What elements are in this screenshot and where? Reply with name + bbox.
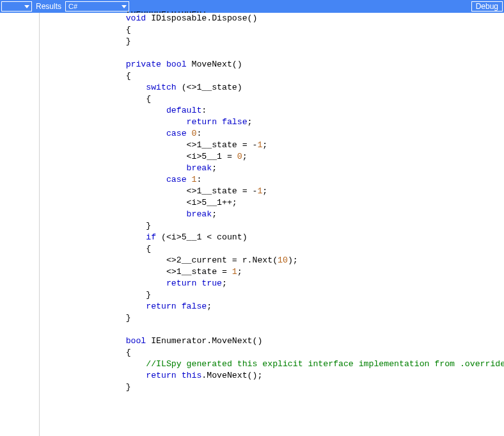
code-line: } xyxy=(45,36,504,47)
chevron-down-icon xyxy=(122,5,127,8)
code-line: } xyxy=(45,312,504,324)
code-line: <>1__state = -1; xyxy=(45,186,504,197)
code-line: return false; xyxy=(45,301,504,312)
code-line: { xyxy=(45,24,504,36)
code-line: { xyxy=(45,243,504,255)
code-line: <i>5__1 = 0; xyxy=(45,151,504,163)
code-line: <>2__current = r.Next(10); xyxy=(45,255,504,266)
code-line: return true; xyxy=(45,278,504,289)
code-line: switch (<>1__state) xyxy=(45,82,504,93)
code-line: } xyxy=(45,382,504,393)
language-dropdown-value: C# xyxy=(68,3,77,10)
debug-button[interactable]: Debug xyxy=(471,1,503,12)
code-line xyxy=(45,324,504,335)
code-line: bool IEnumerator.MoveNext() xyxy=(45,335,504,347)
code-line xyxy=(45,47,504,59)
code-line: break; xyxy=(45,163,504,174)
code-line: private bool MoveNext() xyxy=(45,59,504,70)
toolbar: Results C# Debug xyxy=(0,0,504,13)
main-area: [DebuggerHidden] void IDisposable.Dispos… xyxy=(0,13,504,436)
code-line: if (<i>5__1 < count) xyxy=(45,232,504,243)
code-line: void IDisposable.Dispose() xyxy=(45,13,504,24)
results-label: Results xyxy=(36,2,61,11)
code-line: return false; xyxy=(45,117,504,128)
code-editor[interactable]: [DebuggerHidden] void IDisposable.Dispos… xyxy=(40,12,504,435)
code-line: { xyxy=(45,347,504,359)
code-line: case 1: xyxy=(45,174,504,186)
debug-button-label: Debug xyxy=(476,2,498,11)
code-line: { xyxy=(45,70,504,82)
code-line: //ILSpy generated this explicit interfac… xyxy=(45,359,504,370)
chevron-down-icon xyxy=(24,5,29,8)
code-line: default: xyxy=(45,105,504,117)
code-line: { xyxy=(45,93,504,105)
gutter xyxy=(0,13,40,436)
code-line: } xyxy=(45,220,504,232)
language-dropdown[interactable]: C# xyxy=(65,1,129,12)
code-line: } xyxy=(45,289,504,301)
code-line: <i>5__1++; xyxy=(45,197,504,209)
code-line: [DebuggerHidden] xyxy=(45,12,504,13)
code-line: case 0: xyxy=(45,128,504,140)
view-dropdown[interactable] xyxy=(1,1,32,12)
code-line: break; xyxy=(45,209,504,220)
code-line: return this.MoveNext(); xyxy=(45,370,504,382)
code-line: <>1__state = -1; xyxy=(45,140,504,151)
code-line: <>1__state = 1; xyxy=(45,266,504,278)
